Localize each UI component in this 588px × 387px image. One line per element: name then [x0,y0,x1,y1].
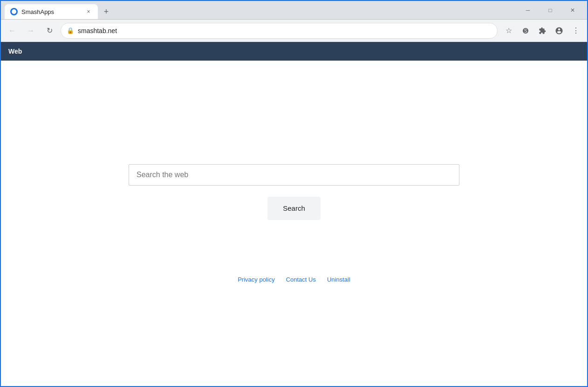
profile-button[interactable] [552,23,567,38]
active-tab[interactable]: SmashApps × [5,4,98,19]
main-content: Search Privacy policy Contact Us Uninsta… [1,61,587,386]
toolbar-label: Web [8,48,22,55]
lock-icon: 🔒 [67,27,74,34]
new-tab-button[interactable]: + [100,5,113,18]
privacy-policy-link[interactable]: Privacy policy [238,276,274,283]
tab-favicon-icon [10,8,18,15]
contact-us-link[interactable]: Contact Us [286,276,316,283]
uninstall-link[interactable]: Uninstall [327,276,350,283]
search-section: Search [129,164,459,220]
footer-links: Privacy policy Contact Us Uninstall [238,276,350,283]
nav-actions: ☆ S ⋮ [501,23,583,38]
search-button[interactable]: Search [267,197,321,220]
chrome-window: SmashApps × + ─ □ ✕ ← → ↻ 🔒 ☆ S [0,0,588,387]
address-bar-container[interactable]: 🔒 [61,23,498,39]
bookmark-button[interactable]: ☆ [501,23,516,38]
minimize-button[interactable]: ─ [517,3,539,18]
tab-close-button[interactable]: × [85,8,92,15]
forward-button[interactable]: → [23,23,38,38]
smashapps-extension-icon[interactable]: S [518,23,533,38]
tab-area: SmashApps × + [1,4,513,19]
title-bar: SmashApps × + ─ □ ✕ [1,1,587,20]
app-toolbar: Web [1,42,587,61]
navigation-bar: ← → ↻ 🔒 ☆ S [1,20,587,42]
close-button[interactable]: ✕ [562,3,583,18]
maximize-button[interactable]: □ [540,3,561,18]
back-button[interactable]: ← [5,23,20,38]
search-input[interactable] [129,164,459,186]
extensions-button[interactable] [535,23,550,38]
reload-button[interactable]: ↻ [42,23,57,38]
window-controls: ─ □ ✕ [513,1,587,19]
menu-button[interactable]: ⋮ [568,23,583,38]
tab-label: SmashApps [21,8,81,15]
address-bar[interactable] [78,27,492,35]
svg-text:S: S [524,28,527,34]
